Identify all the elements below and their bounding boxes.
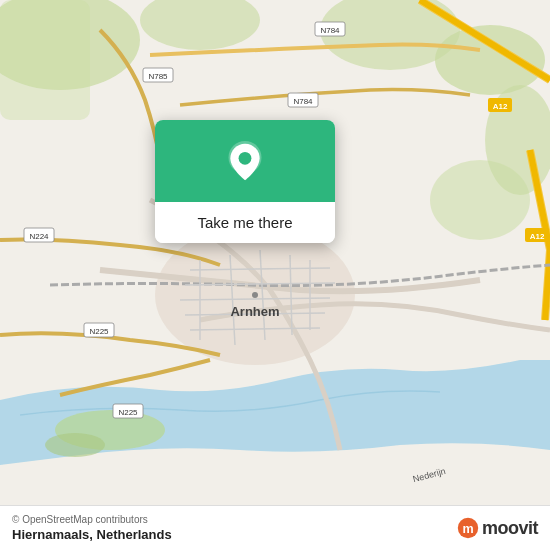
bottom-bar: © OpenStreetMap contributors Hiernamaals…: [0, 505, 550, 550]
location-name: Hiernamaals, Netherlands: [12, 527, 172, 542]
svg-text:A12: A12: [530, 232, 545, 241]
map-container: N784 N785 N784 N224 N225 N225 A12 A12 Ar…: [0, 0, 550, 550]
popup-header: [155, 120, 335, 202]
svg-text:m: m: [462, 522, 473, 536]
bottom-left-info: © OpenStreetMap contributors Hiernamaals…: [12, 514, 172, 542]
svg-point-29: [252, 292, 258, 298]
take-me-there-button[interactable]: Take me there: [155, 202, 335, 243]
svg-text:N224: N224: [29, 232, 49, 241]
svg-text:Arnhem: Arnhem: [230, 304, 279, 319]
svg-point-6: [430, 160, 530, 240]
moovit-brand-text: moovit: [482, 518, 538, 539]
svg-text:N784: N784: [320, 26, 340, 35]
svg-point-31: [239, 152, 252, 165]
map-background: N784 N785 N784 N224 N225 N225 A12 A12 Ar…: [0, 0, 550, 550]
svg-rect-7: [0, 0, 90, 120]
svg-text:N785: N785: [148, 72, 168, 81]
copyright-text: © OpenStreetMap contributors: [12, 514, 172, 525]
svg-text:N225: N225: [89, 327, 109, 336]
svg-point-4: [435, 25, 545, 95]
moovit-logo-icon: m: [457, 517, 479, 539]
popup-card: Take me there: [155, 120, 335, 243]
svg-point-10: [45, 433, 105, 457]
location-pin-icon: [223, 140, 267, 184]
svg-text:A12: A12: [493, 102, 508, 111]
moovit-logo: m moovit: [457, 517, 538, 539]
svg-text:N225: N225: [118, 408, 138, 417]
svg-text:N784: N784: [293, 97, 313, 106]
